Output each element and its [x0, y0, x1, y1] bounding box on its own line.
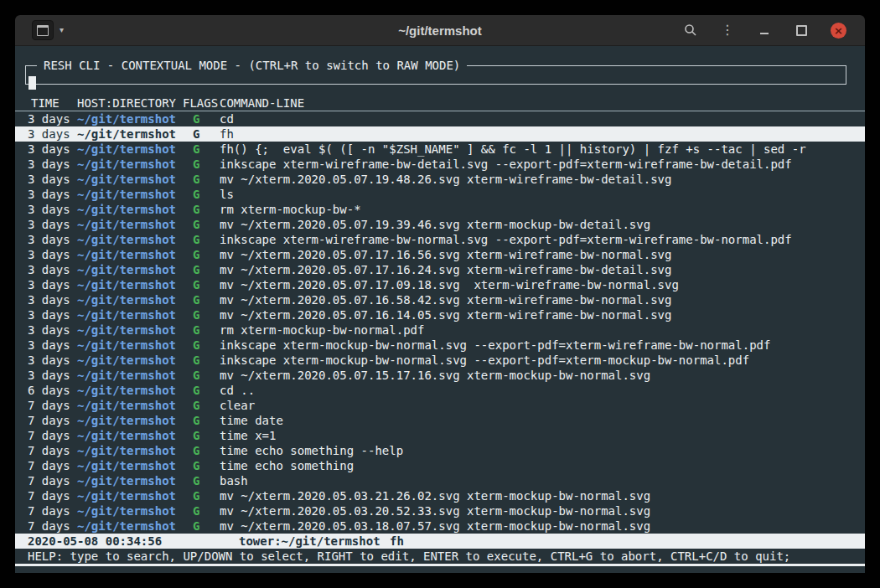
row-flags: G: [183, 383, 220, 398]
row-command: inkscape xterm-wireframe-bw-detail.svg -…: [220, 157, 865, 172]
minimize-button[interactable]: [757, 23, 772, 38]
row-time: 3 days: [28, 126, 77, 142]
history-row[interactable]: 3 days ~/git/termshot G cd: [15, 111, 865, 126]
history-row[interactable]: 7 days ~/git/termshot G mv ~/xterm.2020.…: [15, 518, 865, 534]
row-command: mv ~/xterm.2020.05.07.15.17.16.svg xterm…: [220, 368, 865, 383]
history-row[interactable]: 7 days ~/git/termshot G mv ~/xterm.2020.…: [15, 503, 865, 518]
row-host-directory: ~/git/termshot: [77, 428, 183, 443]
row-flags: G: [183, 428, 220, 443]
row-time: 3 days: [28, 247, 77, 262]
row-time: 7 days: [28, 473, 77, 488]
row-flags: G: [183, 187, 220, 202]
history-row[interactable]: 3 days ~/git/termshot G rm xterm-mockup-…: [15, 202, 865, 217]
row-command: time echo something: [220, 458, 865, 473]
row-host-directory: ~/git/termshot: [77, 232, 183, 247]
history-row[interactable]: 7 days ~/git/termshot G time x=1: [15, 428, 865, 443]
screen: ▾ ~/git/termshot ⋮: [0, 0, 880, 588]
row-time: 3 days: [28, 338, 77, 353]
search-button[interactable]: [683, 23, 698, 38]
history-row[interactable]: 3 days ~/git/termshot G inkscape xterm-m…: [15, 353, 865, 368]
row-host-directory: ~/git/termshot: [77, 322, 183, 338]
chevron-down-icon[interactable]: ▾: [60, 26, 64, 34]
history-header: TIME HOST:DIRECTORY FLAGS COMMAND-LINE: [15, 95, 865, 111]
row-time: 3 days: [28, 368, 77, 383]
restore-button[interactable]: [794, 23, 809, 38]
row-host-directory: ~/git/termshot: [77, 398, 183, 413]
row-host-directory: ~/git/termshot: [77, 473, 183, 488]
row-host-directory: ~/git/termshot: [77, 307, 183, 322]
row-command: rm xterm-mockup-bw-*: [220, 202, 865, 217]
row-time: 3 days: [28, 217, 77, 232]
row-command: bash: [220, 473, 865, 488]
history-row[interactable]: 7 days ~/git/termshot G bash: [15, 473, 865, 488]
row-host-directory: ~/git/termshot: [77, 187, 183, 202]
row-command: ls: [220, 187, 865, 202]
row-command: mv ~/xterm.2020.05.03.21.26.02.svg xterm…: [220, 488, 865, 503]
history-row[interactable]: 3 days ~/git/termshot G inkscape xterm-w…: [15, 232, 865, 247]
row-flags: G: [183, 398, 220, 413]
menu-button[interactable]: ⋮: [720, 23, 735, 38]
history-row[interactable]: 3 days ~/git/termshot G mv ~/xterm.2020.…: [15, 368, 865, 383]
row-command: inkscape xterm-wireframe-bw-normal.svg -…: [220, 232, 865, 247]
row-flags: G: [183, 503, 220, 518]
row-flags: G: [183, 202, 220, 217]
history-row[interactable]: 7 days ~/git/termshot G time echo someth…: [15, 458, 865, 473]
row-command: cd ..: [220, 383, 865, 398]
row-flags: G: [183, 247, 220, 262]
row-command: clear: [220, 398, 865, 413]
history-row[interactable]: 3 days ~/git/termshot G ls: [15, 187, 865, 202]
history-row[interactable]: 7 days ~/git/termshot G time date: [15, 413, 865, 428]
history-row[interactable]: 3 days ~/git/termshot G mv ~/xterm.2020.…: [15, 172, 865, 187]
kebab-menu-icon: ⋮: [721, 23, 734, 37]
history-row[interactable]: 3 days ~/git/termshot G inkscape xterm-w…: [15, 157, 865, 172]
row-host-directory: ~/git/termshot: [77, 142, 183, 157]
history-row[interactable]: 3 days ~/git/termshot G mv ~/xterm.2020.…: [15, 247, 865, 262]
history-row[interactable]: 7 days ~/git/termshot G clear: [15, 398, 865, 413]
resh-mode-title: RESH CLI - CONTEXTUAL MODE - (CTRL+R to …: [37, 58, 467, 73]
history-row[interactable]: 3 days ~/git/termshot G mv ~/xterm.2020.…: [15, 277, 865, 292]
status-datetime: 2020-05-08 00:34:56: [28, 534, 239, 549]
history-row[interactable]: 3 days ~/git/termshot G mv ~/xterm.2020.…: [15, 307, 865, 322]
row-time: 3 days: [28, 322, 77, 338]
history-row[interactable]: 3 days ~/git/termshot G fh() {; eval $( …: [15, 142, 865, 157]
status-host-directory: tower:~/git/termshot: [239, 534, 390, 549]
row-flags: G: [183, 413, 220, 428]
row-time: 3 days: [28, 232, 77, 247]
row-host-directory: ~/git/termshot: [77, 338, 183, 353]
row-command: time date: [220, 413, 865, 428]
history-row[interactable]: 3 days ~/git/termshot G fh: [15, 126, 865, 142]
row-flags: G: [183, 488, 220, 503]
row-time: 3 days: [28, 111, 77, 126]
titlebar[interactable]: ▾ ~/git/termshot ⋮: [15, 15, 865, 46]
history-row[interactable]: 7 days ~/git/termshot G time echo someth…: [15, 443, 865, 458]
row-host-directory: ~/git/termshot: [77, 262, 183, 277]
row-flags: G: [183, 142, 220, 157]
resh-search-box[interactable]: RESH CLI - CONTEXTUAL MODE - (CTRL+R to …: [25, 58, 846, 85]
terminal-tab-icon: [37, 25, 49, 36]
row-host-directory: ~/git/termshot: [77, 488, 183, 503]
row-command: inkscape xterm-mockup-bw-normal.svg --ex…: [220, 338, 865, 353]
history-row[interactable]: 7 days ~/git/termshot G mv ~/xterm.2020.…: [15, 488, 865, 503]
row-time: 7 days: [28, 488, 77, 503]
history-row[interactable]: 3 days ~/git/termshot G mv ~/xterm.2020.…: [15, 217, 865, 232]
history-row[interactable]: 3 days ~/git/termshot G rm xterm-mockup-…: [15, 322, 865, 338]
row-host-directory: ~/git/termshot: [77, 157, 183, 172]
titlebar-left: ▾: [15, 20, 64, 40]
new-tab-button[interactable]: [32, 20, 54, 40]
row-host-directory: ~/git/termshot: [77, 413, 183, 428]
close-button[interactable]: ×: [831, 23, 846, 39]
row-flags: G: [183, 126, 220, 142]
history-row[interactable]: 3 days ~/git/termshot G mv ~/xterm.2020.…: [15, 292, 865, 307]
row-time: 7 days: [28, 443, 77, 458]
history-row[interactable]: 3 days ~/git/termshot G inkscape xterm-m…: [15, 338, 865, 353]
row-host-directory: ~/git/termshot: [77, 111, 183, 126]
row-flags: G: [183, 518, 220, 534]
search-cursor[interactable]: [28, 76, 36, 90]
row-time: 3 days: [28, 172, 77, 187]
terminal-content[interactable]: RESH CLI - CONTEXTUAL MODE - (CTRL+R to …: [15, 46, 865, 573]
close-icon: ×: [834, 25, 843, 36]
row-time: 7 days: [28, 428, 77, 443]
titlebar-right: ⋮ ×: [683, 23, 865, 39]
history-row[interactable]: 3 days ~/git/termshot G mv ~/xterm.2020.…: [15, 262, 865, 277]
history-row[interactable]: 6 days ~/git/termshot G cd ..: [15, 383, 865, 398]
